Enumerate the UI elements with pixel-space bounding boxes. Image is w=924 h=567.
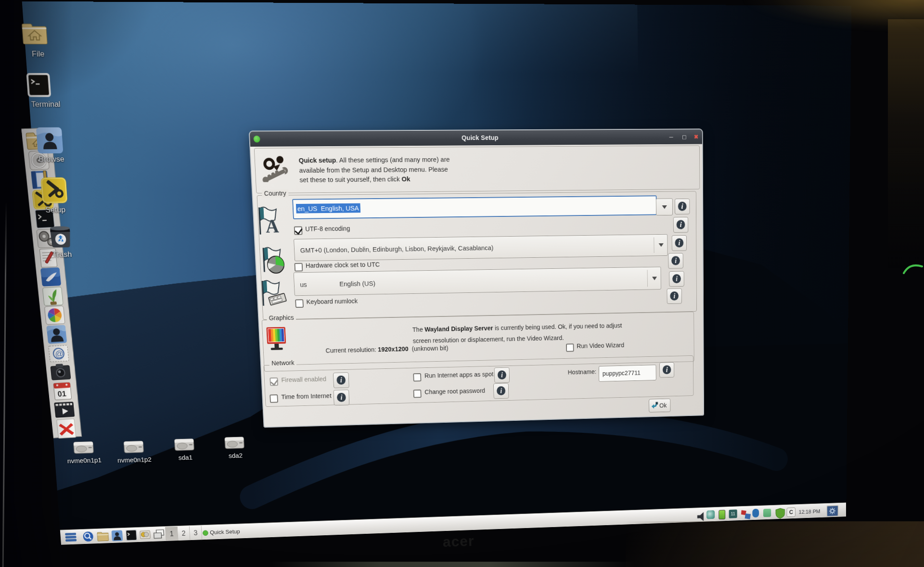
svg-text:A: A <box>265 215 280 237</box>
